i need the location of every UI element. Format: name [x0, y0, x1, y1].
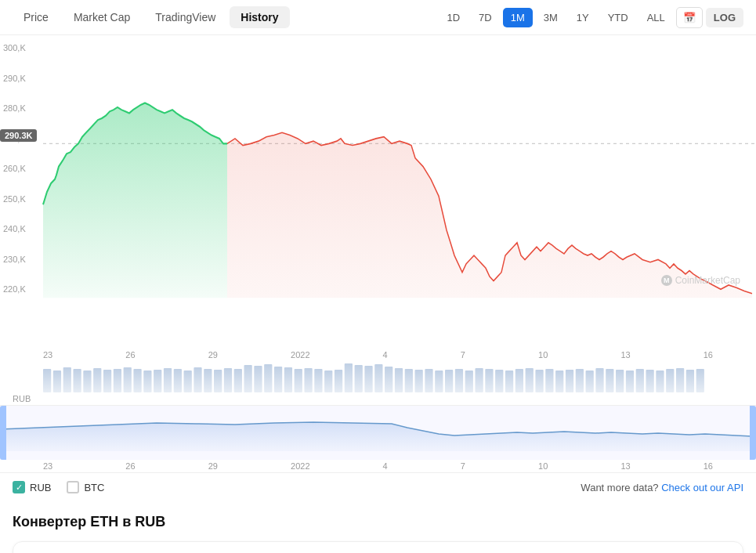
tab-history[interactable]: History: [230, 6, 289, 28]
svg-rect-65: [686, 370, 694, 392]
svg-rect-17: [204, 369, 212, 392]
chart-svg: [0, 35, 756, 349]
svg-rect-15: [184, 370, 192, 392]
svg-rect-26: [295, 369, 302, 392]
svg-rect-53: [566, 370, 573, 392]
svg-rect-14: [174, 369, 182, 392]
svg-rect-44: [475, 368, 483, 392]
navigator[interactable]: [0, 405, 756, 460]
time-3m[interactable]: 3M: [536, 8, 566, 27]
svg-rect-55: [586, 370, 594, 392]
svg-rect-39: [425, 369, 432, 392]
api-link[interactable]: Check out our API: [661, 482, 743, 493]
svg-rect-33: [364, 366, 372, 392]
tabs-left: Price Market Cap TradingView History: [13, 6, 290, 28]
svg-rect-18: [214, 370, 222, 392]
svg-rect-31: [345, 363, 353, 392]
svg-rect-64: [676, 368, 684, 392]
svg-rect-57: [606, 369, 613, 392]
time-all[interactable]: ALL: [639, 8, 673, 27]
tab-tradingview[interactable]: TradingView: [144, 6, 226, 28]
svg-rect-61: [646, 370, 654, 392]
tabs-right: 1D 7D 1M 3M 1Y YTD ALL 📅 LOG: [439, 7, 743, 28]
converter-section: Конвертер ETH в RUB ETH Ethereum 1 ⇄: [0, 501, 756, 553]
log-button[interactable]: LOG: [706, 8, 743, 27]
svg-rect-2: [53, 370, 61, 392]
svg-rect-5: [83, 370, 91, 392]
svg-rect-58: [616, 370, 624, 392]
time-7d[interactable]: 7D: [471, 8, 500, 27]
svg-rect-38: [415, 370, 423, 392]
svg-rect-56: [595, 368, 603, 392]
svg-rect-63: [666, 369, 674, 392]
svg-rect-25: [284, 367, 292, 392]
tab-marketcap[interactable]: Market Cap: [63, 6, 141, 28]
svg-rect-9: [124, 367, 132, 392]
nav-x-axis: 23 26 29 2022 4 7 10 13 16: [0, 460, 756, 472]
svg-rect-16: [194, 367, 201, 392]
svg-rect-34: [374, 364, 382, 392]
svg-rect-43: [465, 370, 473, 392]
svg-rect-51: [545, 369, 553, 392]
svg-rect-32: [355, 365, 363, 392]
time-1m[interactable]: 1M: [503, 8, 533, 27]
svg-rect-21: [244, 365, 252, 392]
svg-rect-45: [485, 369, 493, 392]
svg-rect-52: [555, 370, 563, 392]
svg-rect-1: [43, 369, 51, 392]
svg-rect-30: [335, 370, 342, 392]
svg-rect-8: [114, 369, 121, 392]
svg-rect-6: [93, 368, 101, 392]
svg-rect-42: [455, 369, 463, 392]
rub-label-legend: RUB: [30, 482, 51, 493]
svg-rect-24: [274, 367, 282, 392]
svg-rect-62: [656, 370, 664, 392]
svg-rect-7: [103, 370, 111, 392]
legend-right: Want more data? Check out our API: [581, 482, 743, 493]
svg-rect-36: [395, 368, 403, 392]
svg-rect-50: [535, 370, 543, 392]
svg-rect-46: [495, 370, 503, 392]
main-chart: 300,K 290,K 280,K 270,K 260,K 250,K 240,…: [0, 35, 756, 349]
rub-label: RUB: [0, 392, 756, 405]
svg-rect-40: [435, 370, 443, 392]
volume-chart: [43, 361, 713, 392]
svg-rect-19: [224, 368, 232, 392]
svg-rect-22: [254, 366, 262, 392]
legend: ✓ RUB BTC Want more data? Check out our …: [0, 472, 756, 501]
time-ytd[interactable]: YTD: [600, 8, 636, 27]
time-1y[interactable]: 1Y: [569, 8, 597, 27]
svg-rect-54: [576, 369, 584, 392]
legend-left: ✓ RUB BTC: [13, 481, 104, 493]
svg-rect-37: [405, 369, 413, 392]
btc-checkbox[interactable]: [67, 481, 79, 493]
svg-rect-27: [304, 368, 312, 392]
svg-rect-47: [505, 370, 513, 392]
svg-rect-11: [143, 370, 151, 392]
svg-rect-23: [264, 364, 272, 392]
x-axis: 23 26 29 2022 4 7 10 13 16: [0, 349, 756, 361]
time-1d[interactable]: 1D: [439, 8, 468, 27]
rub-checkbox[interactable]: ✓: [13, 481, 25, 493]
watermark: M CoinMarketCap: [661, 275, 740, 286]
svg-rect-35: [385, 367, 392, 392]
converter-card: ETH Ethereum 1 ⇄ RUB Russian Ruble 23: [13, 541, 743, 553]
svg-rect-10: [133, 369, 141, 392]
price-tag: 290.3K: [0, 129, 37, 142]
brush-left-handle[interactable]: [0, 406, 6, 460]
converter-title: Конвертер ETH в RUB: [13, 514, 743, 530]
svg-rect-12: [154, 370, 161, 392]
calendar-button[interactable]: 📅: [676, 7, 703, 28]
tab-price[interactable]: Price: [13, 6, 60, 28]
svg-rect-41: [445, 370, 453, 392]
svg-rect-60: [636, 369, 644, 392]
svg-rect-49: [526, 368, 534, 392]
svg-rect-66: [696, 369, 704, 392]
btc-label-legend: BTC: [84, 482, 104, 493]
svg-rect-59: [626, 370, 634, 392]
brush-right-handle[interactable]: [750, 406, 756, 460]
legend-item-rub[interactable]: ✓ RUB: [13, 481, 51, 493]
tab-bar: Price Market Cap TradingView History 1D …: [0, 0, 756, 35]
svg-rect-29: [324, 370, 332, 392]
legend-item-btc[interactable]: BTC: [67, 481, 104, 493]
